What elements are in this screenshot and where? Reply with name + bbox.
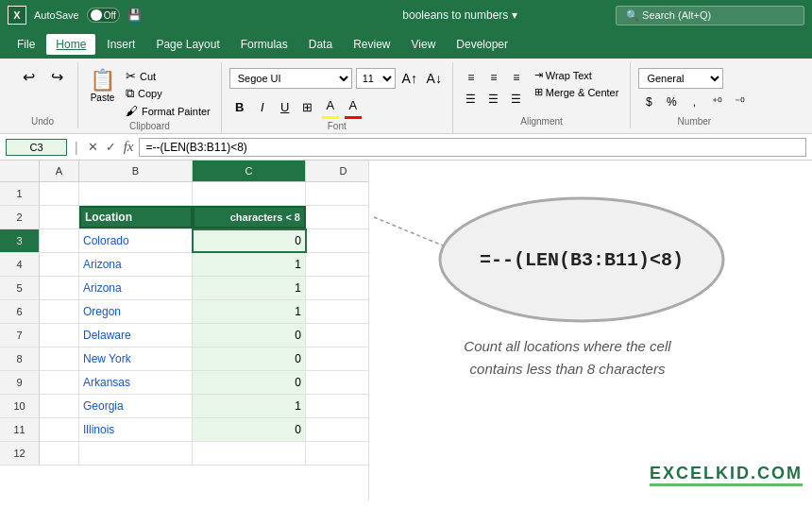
cell-a10[interactable] — [40, 395, 79, 417]
highlight-color-button[interactable]: A — [320, 94, 341, 115]
cell-b6[interactable]: Oregon — [79, 300, 193, 323]
font-size-select[interactable]: 11 — [356, 68, 396, 89]
align-top-right-button[interactable]: ≡ — [506, 68, 527, 87]
cell-c8[interactable]: 0 — [193, 347, 306, 370]
paste-button[interactable]: 📋 Paste — [86, 68, 119, 105]
cell-d12[interactable] — [306, 442, 368, 465]
undo-button[interactable]: ↩ — [15, 68, 42, 87]
cell-c3[interactable]: 0 — [193, 229, 306, 252]
save-icon[interactable]: 💾 — [127, 8, 142, 22]
decrease-font-button[interactable]: A↓ — [424, 68, 445, 89]
cell-b8[interactable]: New York — [79, 347, 193, 370]
wrap-text-button[interactable]: ⇥ Wrap Text — [531, 68, 623, 82]
cell-a12[interactable] — [40, 442, 79, 465]
align-top-left-button[interactable]: ≡ — [461, 68, 482, 87]
row-num-4[interactable]: 4 — [0, 253, 40, 276]
row-num-10[interactable]: 10 — [0, 395, 40, 417]
menu-data[interactable]: Data — [299, 34, 342, 55]
col-header-d[interactable]: D — [306, 161, 368, 181]
cell-c12[interactable] — [193, 442, 306, 465]
cell-d2[interactable] — [306, 206, 368, 229]
cell-d1[interactable] — [306, 182, 368, 205]
increase-decimal-button[interactable]: ⁺⁰ — [706, 93, 727, 111]
comma-button[interactable]: , — [684, 93, 704, 111]
font-family-select[interactable]: Segoe UI — [229, 68, 352, 89]
row-num-11[interactable]: 11 — [0, 418, 40, 441]
cut-button[interactable]: ✂ Cut — [123, 68, 213, 84]
cell-a7[interactable] — [40, 324, 79, 347]
format-painter-button[interactable]: 🖌 Format Painter — [123, 103, 213, 119]
menu-formulas[interactable]: Formulas — [231, 34, 297, 55]
menu-view[interactable]: View — [402, 34, 446, 55]
cell-b3[interactable]: Colorado — [79, 229, 193, 252]
menu-review[interactable]: Review — [344, 34, 399, 55]
cell-b1[interactable] — [79, 182, 193, 205]
col-header-c[interactable]: C — [193, 161, 306, 181]
cell-a2[interactable] — [40, 206, 79, 229]
row-num-1[interactable]: 1 — [0, 182, 40, 205]
percent-button[interactable]: % — [661, 93, 682, 111]
redo-button[interactable]: ↪ — [43, 68, 70, 87]
formula-input[interactable] — [139, 138, 806, 157]
confirm-formula-icon[interactable]: ✓ — [104, 138, 118, 156]
row-num-12[interactable]: 12 — [0, 442, 40, 465]
cell-d11[interactable] — [306, 418, 368, 441]
menu-developer[interactable]: Developer — [447, 34, 517, 55]
cell-c2[interactable]: characters < 8 — [193, 206, 306, 229]
row-num-6[interactable]: 6 — [0, 300, 40, 323]
menu-page-layout[interactable]: Page Layout — [146, 34, 228, 55]
align-right-button[interactable]: ☰ — [506, 90, 527, 109]
copy-button[interactable]: ⧉ Copy — [123, 85, 213, 102]
menu-home[interactable]: Home — [46, 34, 95, 55]
cell-a5[interactable] — [40, 277, 79, 299]
font-color-button[interactable]: A — [343, 94, 364, 115]
cell-b12[interactable] — [79, 442, 193, 465]
cell-d9[interactable] — [306, 371, 368, 394]
cell-c1[interactable] — [193, 182, 306, 205]
cell-a1[interactable] — [40, 182, 79, 205]
italic-button[interactable]: I — [252, 96, 273, 117]
cancel-formula-icon[interactable]: ✕ — [86, 138, 100, 156]
cell-d7[interactable] — [306, 324, 368, 347]
cell-b7[interactable]: Delaware — [79, 324, 193, 347]
col-header-a[interactable]: A — [40, 161, 79, 181]
row-num-7[interactable]: 7 — [0, 324, 40, 347]
menu-insert[interactable]: Insert — [97, 34, 144, 55]
align-center-button[interactable]: ☰ — [483, 90, 504, 109]
cell-b5[interactable]: Arizona — [79, 277, 193, 299]
search-box[interactable]: 🔍 Search (Alt+Q) — [616, 6, 804, 25]
autosave-toggle[interactable]: Off — [87, 8, 120, 23]
cell-c5[interactable]: 1 — [193, 277, 306, 299]
cell-c10[interactable]: 1 — [193, 395, 306, 417]
row-num-3[interactable]: 3 — [0, 229, 40, 252]
dollar-button[interactable]: $ — [638, 93, 659, 111]
cell-b2[interactable]: Location — [79, 206, 193, 229]
menu-file[interactable]: File — [8, 34, 44, 55]
cell-b9[interactable]: Arkansas — [79, 371, 193, 394]
cell-c7[interactable]: 0 — [193, 324, 306, 347]
cell-d5[interactable] — [306, 277, 368, 299]
cell-d8[interactable] — [306, 347, 368, 370]
cell-a9[interactable] — [40, 371, 79, 394]
cell-a11[interactable] — [40, 418, 79, 441]
align-top-center-button[interactable]: ≡ — [483, 68, 504, 87]
row-num-8[interactable]: 8 — [0, 347, 40, 370]
cell-d10[interactable] — [306, 395, 368, 417]
cell-a8[interactable] — [40, 347, 79, 370]
border-button[interactable]: ⊞ — [297, 96, 318, 117]
cell-d4[interactable] — [306, 253, 368, 276]
cell-c9[interactable]: 0 — [193, 371, 306, 394]
align-left-button[interactable]: ☰ — [461, 90, 482, 109]
bold-button[interactable]: B — [229, 96, 250, 117]
decrease-decimal-button[interactable]: ⁻⁰ — [729, 93, 750, 111]
cell-d6[interactable] — [306, 300, 368, 323]
insert-function-icon[interactable]: fx — [122, 137, 136, 157]
row-num-2[interactable]: 2 — [0, 206, 40, 229]
cell-b4[interactable]: Arizona — [79, 253, 193, 276]
cell-c11[interactable]: 0 — [193, 418, 306, 441]
cell-a6[interactable] — [40, 300, 79, 323]
col-header-b[interactable]: B — [79, 161, 193, 181]
number-format-select[interactable]: General — [638, 68, 723, 89]
cell-b11[interactable]: Illinois — [79, 418, 193, 441]
cell-a4[interactable] — [40, 253, 79, 276]
